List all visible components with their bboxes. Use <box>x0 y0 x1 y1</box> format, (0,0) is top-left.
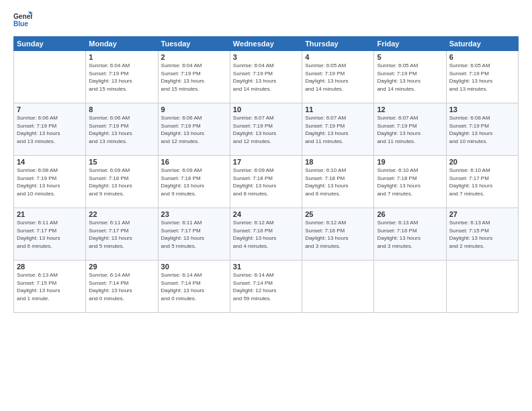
calendar-cell: 28Sunrise: 6:13 AM Sunset: 7:15 PM Dayli… <box>14 261 86 313</box>
calendar-cell: 24Sunrise: 6:12 AM Sunset: 7:16 PM Dayli… <box>230 208 302 261</box>
day-number: 1 <box>89 53 154 61</box>
header-wednesday: Wednesday <box>230 37 302 51</box>
calendar-cell: 4Sunrise: 6:05 AM Sunset: 7:19 PM Daylig… <box>302 51 374 103</box>
day-number: 9 <box>161 105 227 113</box>
svg-text:Blue: Blue <box>13 20 28 28</box>
day-number: 24 <box>233 210 299 218</box>
day-number: 20 <box>449 158 515 166</box>
calendar-cell: 27Sunrise: 6:13 AM Sunset: 7:15 PM Dayli… <box>446 208 518 261</box>
calendar-cell: 25Sunrise: 6:12 AM Sunset: 7:16 PM Dayli… <box>302 208 374 261</box>
day-info: Sunrise: 6:05 AM Sunset: 7:19 PM Dayligh… <box>449 62 515 93</box>
day-number: 21 <box>17 210 83 218</box>
day-info: Sunrise: 6:11 AM Sunset: 7:17 PM Dayligh… <box>161 219 227 250</box>
day-number: 14 <box>17 158 83 166</box>
calendar-cell: 6Sunrise: 6:05 AM Sunset: 7:19 PM Daylig… <box>446 51 518 103</box>
day-number: 27 <box>449 210 515 218</box>
calendar-cell <box>302 261 374 313</box>
calendar-cell: 20Sunrise: 6:10 AM Sunset: 7:17 PM Dayli… <box>446 156 518 208</box>
day-info: Sunrise: 6:13 AM Sunset: 7:15 PM Dayligh… <box>17 271 83 302</box>
calendar-cell: 15Sunrise: 6:09 AM Sunset: 7:18 PM Dayli… <box>86 156 158 208</box>
day-number: 15 <box>89 158 154 166</box>
day-number: 28 <box>17 263 83 271</box>
day-info: Sunrise: 6:14 AM Sunset: 7:14 PM Dayligh… <box>89 271 154 302</box>
day-info: Sunrise: 6:06 AM Sunset: 7:19 PM Dayligh… <box>161 114 227 145</box>
day-number: 11 <box>305 105 371 113</box>
day-number: 12 <box>377 105 443 113</box>
header-sunday: Sunday <box>14 37 86 51</box>
day-info: Sunrise: 6:11 AM Sunset: 7:17 PM Dayligh… <box>17 219 83 250</box>
calendar-cell: 8Sunrise: 6:06 AM Sunset: 7:19 PM Daylig… <box>86 103 158 156</box>
day-number: 6 <box>449 53 515 61</box>
calendar-cell: 9Sunrise: 6:06 AM Sunset: 7:19 PM Daylig… <box>158 103 230 156</box>
day-info: Sunrise: 6:09 AM Sunset: 7:18 PM Dayligh… <box>161 167 227 197</box>
calendar-week-5: 28Sunrise: 6:13 AM Sunset: 7:15 PM Dayli… <box>14 261 519 313</box>
day-info: Sunrise: 6:07 AM Sunset: 7:19 PM Dayligh… <box>233 114 299 145</box>
calendar-cell: 10Sunrise: 6:07 AM Sunset: 7:19 PM Dayli… <box>230 103 302 156</box>
calendar-cell: 11Sunrise: 6:07 AM Sunset: 7:19 PM Dayli… <box>302 103 374 156</box>
calendar-cell: 30Sunrise: 6:14 AM Sunset: 7:14 PM Dayli… <box>158 261 230 313</box>
day-info: Sunrise: 6:08 AM Sunset: 7:19 PM Dayligh… <box>17 167 83 197</box>
header-monday: Monday <box>86 37 158 51</box>
header-thursday: Thursday <box>302 37 374 51</box>
day-number: 31 <box>233 263 299 271</box>
page-header: General Blue <box>13 11 519 30</box>
day-info: Sunrise: 6:05 AM Sunset: 7:19 PM Dayligh… <box>377 62 443 93</box>
header-saturday: Saturday <box>446 37 518 51</box>
day-info: Sunrise: 6:13 AM Sunset: 7:16 PM Dayligh… <box>377 219 443 250</box>
calendar-cell: 31Sunrise: 6:14 AM Sunset: 7:14 PM Dayli… <box>230 261 302 313</box>
calendar-cell: 1Sunrise: 6:04 AM Sunset: 7:19 PM Daylig… <box>86 51 158 103</box>
day-number: 29 <box>89 263 154 271</box>
calendar-cell: 5Sunrise: 6:05 AM Sunset: 7:19 PM Daylig… <box>374 51 446 103</box>
calendar-week-1: 1Sunrise: 6:04 AM Sunset: 7:19 PM Daylig… <box>14 51 519 103</box>
logo-icon: General Blue <box>13 11 32 30</box>
day-info: Sunrise: 6:12 AM Sunset: 7:16 PM Dayligh… <box>305 219 371 250</box>
day-info: Sunrise: 6:07 AM Sunset: 7:19 PM Dayligh… <box>305 114 371 145</box>
calendar-cell: 23Sunrise: 6:11 AM Sunset: 7:17 PM Dayli… <box>158 208 230 261</box>
day-number: 4 <box>305 53 371 61</box>
day-info: Sunrise: 6:06 AM Sunset: 7:19 PM Dayligh… <box>17 114 83 145</box>
calendar-cell: 26Sunrise: 6:13 AM Sunset: 7:16 PM Dayli… <box>374 208 446 261</box>
header-tuesday: Tuesday <box>158 37 230 51</box>
day-info: Sunrise: 6:10 AM Sunset: 7:17 PM Dayligh… <box>449 167 515 197</box>
calendar-cell: 29Sunrise: 6:14 AM Sunset: 7:14 PM Dayli… <box>86 261 158 313</box>
day-info: Sunrise: 6:09 AM Sunset: 7:18 PM Dayligh… <box>233 167 299 197</box>
day-info: Sunrise: 6:13 AM Sunset: 7:15 PM Dayligh… <box>449 219 515 250</box>
calendar-cell <box>446 261 518 313</box>
day-number: 13 <box>449 105 515 113</box>
calendar-cell: 19Sunrise: 6:10 AM Sunset: 7:18 PM Dayli… <box>374 156 446 208</box>
day-number: 2 <box>161 53 227 61</box>
day-number: 16 <box>161 158 227 166</box>
calendar-week-4: 21Sunrise: 6:11 AM Sunset: 7:17 PM Dayli… <box>14 208 519 261</box>
calendar-cell: 17Sunrise: 6:09 AM Sunset: 7:18 PM Dayli… <box>230 156 302 208</box>
calendar-cell: 18Sunrise: 6:10 AM Sunset: 7:18 PM Dayli… <box>302 156 374 208</box>
svg-marker-3 <box>31 12 32 15</box>
calendar-cell: 7Sunrise: 6:06 AM Sunset: 7:19 PM Daylig… <box>14 103 86 156</box>
logo: General Blue <box>13 11 36 30</box>
day-info: Sunrise: 6:04 AM Sunset: 7:19 PM Dayligh… <box>233 62 299 93</box>
day-number: 17 <box>233 158 299 166</box>
day-info: Sunrise: 6:10 AM Sunset: 7:18 PM Dayligh… <box>377 167 443 197</box>
day-number: 25 <box>305 210 371 218</box>
header-friday: Friday <box>374 37 446 51</box>
calendar-cell: 21Sunrise: 6:11 AM Sunset: 7:17 PM Dayli… <box>14 208 86 261</box>
day-number: 22 <box>89 210 154 218</box>
calendar-week-3: 14Sunrise: 6:08 AM Sunset: 7:19 PM Dayli… <box>14 156 519 208</box>
day-info: Sunrise: 6:14 AM Sunset: 7:14 PM Dayligh… <box>233 271 299 302</box>
day-info: Sunrise: 6:08 AM Sunset: 7:19 PM Dayligh… <box>449 114 515 145</box>
calendar-cell: 12Sunrise: 6:07 AM Sunset: 7:19 PM Dayli… <box>374 103 446 156</box>
day-info: Sunrise: 6:10 AM Sunset: 7:18 PM Dayligh… <box>305 167 371 197</box>
calendar-cell: 3Sunrise: 6:04 AM Sunset: 7:19 PM Daylig… <box>230 51 302 103</box>
calendar-cell: 2Sunrise: 6:04 AM Sunset: 7:19 PM Daylig… <box>158 51 230 103</box>
day-info: Sunrise: 6:04 AM Sunset: 7:19 PM Dayligh… <box>161 62 227 93</box>
calendar-cell: 13Sunrise: 6:08 AM Sunset: 7:19 PM Dayli… <box>446 103 518 156</box>
day-number: 8 <box>89 105 154 113</box>
day-info: Sunrise: 6:09 AM Sunset: 7:18 PM Dayligh… <box>89 167 154 197</box>
day-number: 30 <box>161 263 227 271</box>
day-info: Sunrise: 6:05 AM Sunset: 7:19 PM Dayligh… <box>305 62 371 93</box>
calendar-cell: 14Sunrise: 6:08 AM Sunset: 7:19 PM Dayli… <box>14 156 86 208</box>
calendar-header-row: SundayMondayTuesdayWednesdayThursdayFrid… <box>14 37 519 51</box>
day-info: Sunrise: 6:11 AM Sunset: 7:17 PM Dayligh… <box>89 219 154 250</box>
day-number: 10 <box>233 105 299 113</box>
day-number: 7 <box>17 105 83 113</box>
day-info: Sunrise: 6:06 AM Sunset: 7:19 PM Dayligh… <box>89 114 154 145</box>
